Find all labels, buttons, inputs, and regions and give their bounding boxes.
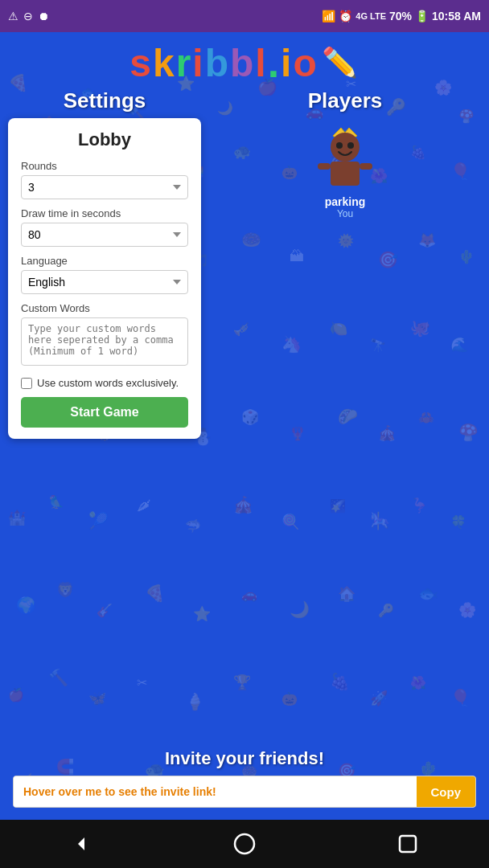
lobby-card: Lobby Rounds 2 3 4 5 6 7 8 Draw time in … [8, 118, 201, 439]
svg-text:🍦: 🍦 [185, 692, 205, 711]
draw-time-label: Draw time in seconds [21, 207, 188, 219]
custom-words-label: Custom Words [21, 302, 188, 314]
player-name: parking [325, 195, 366, 208]
svg-point-102 [336, 142, 343, 149]
invite-link-text[interactable]: Hover over me to see the invite link! [14, 776, 417, 807]
svg-text:🌍: 🌍 [16, 596, 36, 615]
svg-rect-109 [400, 836, 416, 852]
record-icon: ⏺ [38, 10, 49, 23]
time-display: 10:58 AM [432, 10, 481, 23]
logo-dot: . [268, 39, 281, 87]
svg-text:🍇: 🍇 [330, 672, 350, 691]
custom-words-group: Custom Words [21, 302, 188, 369]
rounds-select[interactable]: 2 3 4 5 6 7 8 [21, 175, 188, 199]
logo-letter-s: s [129, 41, 153, 85]
battery-icon: 🔋 [415, 10, 429, 23]
svg-text:🎸: 🎸 [97, 603, 113, 618]
logo-letter-b: b [205, 41, 230, 85]
recent-apps-button[interactable] [398, 834, 417, 854]
logo-letter-i: i [192, 41, 204, 85]
svg-text:🎾: 🎾 [88, 511, 109, 530]
rounds-group: Rounds 2 3 4 5 6 7 8 [21, 160, 188, 199]
svg-text:✂: ✂ [137, 676, 147, 690]
invite-section: Invite your friends! Hover over me to se… [0, 748, 489, 808]
svg-text:🏆: 🏆 [233, 674, 252, 691]
svg-point-108 [235, 834, 254, 854]
svg-text:🔑: 🔑 [378, 603, 394, 618]
invite-title: Invite your friends! [165, 748, 324, 769]
logo-bar: skribbl.io✏️ [0, 32, 489, 90]
minus-icon: ⊖ [23, 10, 33, 23]
rounds-label: Rounds [21, 160, 188, 172]
custom-words-textarea[interactable] [21, 317, 188, 366]
signal-icon: 📶 [322, 10, 335, 23]
svg-text:🌠: 🌠 [330, 498, 346, 514]
custom-exclusive-row: Use custom words exclusively. [21, 377, 188, 389]
svg-rect-106 [360, 163, 372, 170]
player-avatar-container: parking You [313, 121, 377, 219]
battery-percentage: 70% [389, 10, 412, 23]
player-avatar-svg [313, 121, 377, 194]
svg-text:🌶: 🌶 [137, 497, 151, 514]
svg-text:🦩: 🦩 [410, 497, 429, 514]
status-bar-right: 📶 ⏰ 4G LTE 70% 🔋 10:58 AM [322, 10, 481, 23]
svg-text:🦜: 🦜 [48, 494, 64, 510]
copy-button[interactable]: Copy [417, 776, 476, 807]
svg-rect-105 [318, 163, 331, 170]
svg-text:⭐: ⭐ [193, 605, 212, 623]
players-title: Players [308, 88, 383, 113]
players-panel: Players parking You [209, 88, 481, 439]
svg-text:🍎: 🍎 [8, 687, 24, 702]
custom-exclusive-checkbox[interactable] [21, 378, 32, 389]
logo-letter-i2: i [281, 41, 293, 85]
svg-point-101 [331, 133, 360, 162]
logo-letter-r: r [176, 41, 193, 85]
status-bar-left: ⚠ ⊖ ⏺ [8, 10, 49, 23]
logo-pencil-icon: ✏️ [322, 46, 360, 80]
language-group: Language English German French Spanish I… [21, 255, 188, 294]
svg-text:🦈: 🦈 [185, 518, 201, 534]
svg-text:🎪: 🎪 [233, 495, 253, 514]
home-icon [233, 833, 256, 855]
alarm-icon: ⏰ [339, 10, 352, 23]
svg-text:🌸: 🌸 [458, 601, 477, 619]
svg-text:🌙: 🌙 [290, 600, 310, 619]
logo-letter-k: k [153, 41, 176, 85]
status-bar: ⚠ ⊖ ⏺ 📶 ⏰ 4G LTE 70% 🔋 10:58 AM [0, 0, 489, 32]
invite-link-row: Hover over me to see the invite link! Co… [13, 776, 476, 808]
svg-text:🍕: 🍕 [145, 583, 165, 603]
back-button[interactable] [72, 834, 91, 854]
svg-marker-107 [78, 837, 84, 850]
svg-text:🦁: 🦁 [56, 581, 75, 599]
svg-text:🏠: 🏠 [338, 585, 356, 603]
player-you-label: You [337, 208, 353, 219]
svg-text:🎃: 🎃 [281, 691, 298, 706]
svg-text:🏰: 🏰 [8, 509, 27, 526]
svg-text:🌺: 🌺 [410, 675, 426, 690]
recent-apps-icon [398, 834, 417, 854]
main-content: Settings Lobby Rounds 2 3 4 5 6 7 8 Draw… [0, 88, 489, 439]
logo-letter-o: o [293, 41, 318, 85]
draw-time-select[interactable]: 30 40 50 60 70 80 90 100 120 150 180 [21, 223, 188, 247]
settings-title: Settings [64, 88, 146, 113]
custom-exclusive-label: Use custom words exclusively. [37, 377, 179, 389]
start-game-button[interactable]: Start Game [21, 397, 188, 428]
svg-text:🍀: 🍀 [450, 514, 466, 530]
svg-text:🎠: 🎠 [370, 511, 390, 530]
language-label: Language [21, 255, 188, 267]
svg-text:🎈: 🎈 [450, 688, 471, 707]
svg-text:🚗: 🚗 [241, 587, 257, 602]
svg-rect-104 [331, 162, 360, 186]
svg-text:🔨: 🔨 [48, 668, 68, 687]
svg-text:🚀: 🚀 [370, 690, 388, 707]
warning-icon: ⚠ [8, 10, 18, 23]
network-icon: 4G LTE [355, 11, 386, 21]
back-icon [72, 834, 91, 854]
svg-text:🦋: 🦋 [88, 690, 107, 707]
home-button[interactable] [233, 833, 256, 855]
language-select[interactable]: English German French Spanish Italian Du… [21, 270, 188, 294]
svg-point-103 [347, 142, 354, 149]
logo-letter-b2: b [230, 41, 255, 85]
app-logo: skribbl.io✏️ [129, 39, 360, 87]
svg-text:🐟: 🐟 [418, 583, 438, 603]
